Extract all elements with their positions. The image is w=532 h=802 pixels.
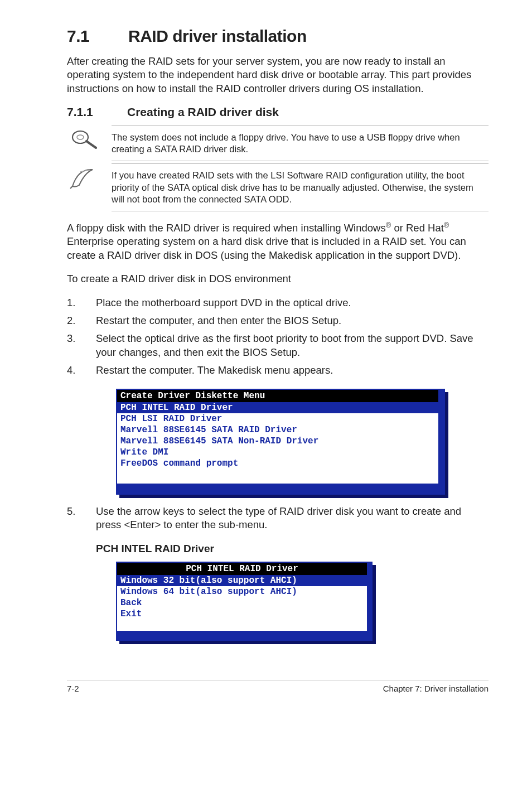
note-lsi-boot-priority: If you have created RAID sets with the L… — [67, 163, 489, 211]
magnifier-icon — [67, 125, 99, 153]
steps-list-continued: 5.Use the arrow keys to select the type … — [67, 505, 489, 532]
paragraph-env: To create a RAID driver disk in DOS envi… — [67, 272, 489, 286]
console-line: PCH LSI RAID Driver — [117, 413, 438, 424]
console-line: Windows 64 bit(also support AHCI) — [117, 586, 367, 597]
subsection-heading: Creating a RAID driver disk — [127, 105, 279, 118]
list-item: 4.Restart the computer. The Makedisk men… — [67, 364, 489, 377]
list-item: 5.Use the arrow keys to select the type … — [67, 505, 489, 532]
console-line: Exit — [117, 608, 367, 620]
console-header: Create Driver Diskette Menu — [117, 390, 438, 402]
console-line: Back — [117, 597, 367, 608]
section-title: 7.1RAID driver installation — [67, 27, 489, 46]
console-selected-item: Windows 32 bit(also support AHCI) — [117, 575, 367, 586]
page-number: 7-2 — [67, 684, 79, 693]
svg-point-1 — [77, 135, 84, 139]
paragraph-required: A floppy disk with the RAID driver is re… — [67, 220, 489, 262]
list-item: 3.Select the optical drive as the first … — [67, 332, 489, 359]
note-text: If you have created RAID sets with the L… — [112, 163, 489, 211]
pen-icon — [67, 163, 99, 191]
console-line: FreeDOS command prompt — [117, 458, 438, 469]
chapter-label: Chapter 7: Driver installation — [383, 684, 489, 693]
intro-paragraph: After creating the RAID sets for your se… — [67, 55, 489, 95]
page-footer: 7-2 Chapter 7: Driver installation — [67, 680, 489, 693]
console-selected-item: PCH INTEL RAID Driver — [117, 402, 438, 413]
console-line: Marvell 88SE6145 SATA RAID Driver — [117, 424, 438, 436]
sub-heading-pch: PCH INTEL RAID Driver — [96, 543, 489, 555]
note-usb-floppy: The system does not include a floppy dri… — [67, 125, 489, 161]
section-heading: RAID driver installation — [128, 27, 307, 45]
list-item: 2.Restart the computer, and then enter t… — [67, 314, 489, 327]
steps-list: 1.Place the motherboard support DVD in t… — [67, 296, 489, 378]
console-pch-driver-menu: PCH INTEL RAID Driver Windows 32 bit(als… — [116, 562, 373, 641]
console-line: Write DMI — [117, 447, 438, 458]
section-number: 7.1 — [67, 27, 128, 46]
subsection-title: 7.1.1Creating a RAID driver disk — [67, 105, 489, 119]
subsection-number: 7.1.1 — [67, 105, 127, 119]
page: 7.1RAID driver installation After creati… — [0, 0, 532, 716]
list-item: 1.Place the motherboard support DVD in t… — [67, 296, 489, 310]
console-makedisk-menu: Create Driver Diskette Menu PCH INTEL RA… — [116, 389, 445, 495]
console-line: Marvell 88SE6145 SATA Non-RAID Driver — [117, 436, 438, 447]
note-text: The system does not include a floppy dri… — [112, 125, 489, 161]
console-header: PCH INTEL RAID Driver — [117, 563, 367, 575]
